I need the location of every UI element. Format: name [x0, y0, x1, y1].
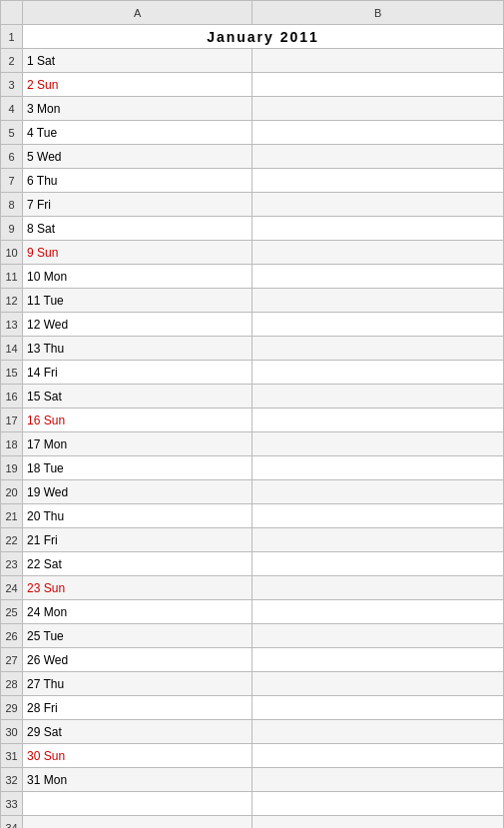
table-row[interactable]: 1January 2011 — [1, 25, 504, 49]
cell-a[interactable] — [23, 792, 252, 816]
table-row[interactable]: 1413 Thu — [1, 337, 504, 361]
cell-b[interactable] — [252, 744, 504, 768]
cell-b[interactable] — [252, 49, 504, 73]
cell-b[interactable] — [252, 696, 504, 720]
cell-a[interactable]: 15 Sat — [23, 385, 252, 409]
cell-a[interactable]: 8 Sat — [23, 217, 252, 241]
cell-a[interactable]: 31 Mon — [23, 768, 252, 792]
col-b-header[interactable]: B — [252, 1, 504, 25]
table-row[interactable]: 33 — [1, 792, 504, 816]
cell-b[interactable] — [252, 385, 504, 409]
cell-b[interactable] — [252, 576, 504, 600]
table-row[interactable]: 1716 Sun — [1, 409, 504, 432]
cell-b[interactable] — [252, 265, 504, 289]
cell-b[interactable] — [252, 241, 504, 265]
table-row[interactable]: 109 Sun — [1, 241, 504, 265]
cell-a[interactable]: 21 Fri — [23, 528, 252, 552]
cell-b[interactable] — [252, 768, 504, 792]
table-row[interactable]: 21 Sat — [1, 49, 504, 73]
cell-a[interactable]: 28 Fri — [23, 696, 252, 720]
table-row[interactable]: 2322 Sat — [1, 552, 504, 576]
cell-a[interactable]: 25 Tue — [23, 624, 252, 648]
table-row[interactable]: 2423 Sun — [1, 576, 504, 600]
cell-b[interactable] — [252, 480, 504, 504]
cell-a[interactable]: 19 Wed — [23, 480, 252, 504]
cell-a[interactable]: 1 Sat — [23, 49, 252, 73]
table-row[interactable]: 1918 Tue — [1, 456, 504, 480]
cell-b[interactable] — [252, 169, 504, 193]
cell-a[interactable]: 5 Wed — [23, 145, 252, 169]
table-row[interactable]: 98 Sat — [1, 217, 504, 241]
cell-a[interactable]: 12 Wed — [23, 313, 252, 337]
table-row[interactable]: 2827 Thu — [1, 672, 504, 696]
cell-b[interactable] — [252, 121, 504, 145]
cell-b[interactable] — [252, 337, 504, 361]
cell-a[interactable]: 24 Mon — [23, 600, 252, 624]
cell-a[interactable]: 16 Sun — [23, 409, 252, 432]
cell-a[interactable]: 27 Thu — [23, 672, 252, 696]
cell-a[interactable]: 6 Thu — [23, 169, 252, 193]
cell-a[interactable]: 9 Sun — [23, 241, 252, 265]
cell-a[interactable]: 4 Tue — [23, 121, 252, 145]
table-row[interactable]: 2625 Tue — [1, 624, 504, 648]
table-row[interactable]: 34 — [1, 816, 504, 829]
cell-a[interactable] — [23, 816, 252, 829]
cell-a[interactable]: January 2011 — [23, 25, 504, 49]
cell-b[interactable] — [252, 624, 504, 648]
cell-b[interactable] — [252, 145, 504, 169]
cell-a[interactable]: 29 Sat — [23, 720, 252, 744]
table-row[interactable]: 3029 Sat — [1, 720, 504, 744]
cell-b[interactable] — [252, 720, 504, 744]
cell-b[interactable] — [252, 289, 504, 313]
table-row[interactable]: 1312 Wed — [1, 313, 504, 337]
cell-b[interactable] — [252, 672, 504, 696]
cell-b[interactable] — [252, 816, 504, 829]
table-row[interactable]: 2120 Thu — [1, 504, 504, 528]
table-row[interactable]: 87 Fri — [1, 193, 504, 217]
cell-a[interactable]: 23 Sun — [23, 576, 252, 600]
table-row[interactable]: 43 Mon — [1, 97, 504, 121]
cell-a[interactable]: 14 Fri — [23, 361, 252, 385]
cell-b[interactable] — [252, 648, 504, 672]
table-row[interactable]: 2221 Fri — [1, 528, 504, 552]
cell-a[interactable]: 10 Mon — [23, 265, 252, 289]
table-row[interactable]: 3130 Sun — [1, 744, 504, 768]
cell-a[interactable]: 18 Tue — [23, 456, 252, 480]
cell-b[interactable] — [252, 456, 504, 480]
table-row[interactable]: 2928 Fri — [1, 696, 504, 720]
table-row[interactable]: 32 Sun — [1, 73, 504, 97]
cell-b[interactable] — [252, 792, 504, 816]
table-row[interactable]: 76 Thu — [1, 169, 504, 193]
table-row[interactable]: 2524 Mon — [1, 600, 504, 624]
table-row[interactable]: 2019 Wed — [1, 480, 504, 504]
table-row[interactable]: 1615 Sat — [1, 385, 504, 409]
table-row[interactable]: 1211 Tue — [1, 289, 504, 313]
table-row[interactable]: 65 Wed — [1, 145, 504, 169]
table-row[interactable]: 2726 Wed — [1, 648, 504, 672]
col-a-header[interactable]: A — [23, 1, 252, 25]
cell-a[interactable]: 11 Tue — [23, 289, 252, 313]
cell-b[interactable] — [252, 504, 504, 528]
cell-a[interactable]: 3 Mon — [23, 97, 252, 121]
cell-b[interactable] — [252, 73, 504, 97]
cell-a[interactable]: 26 Wed — [23, 648, 252, 672]
cell-b[interactable] — [252, 432, 504, 456]
cell-b[interactable] — [252, 313, 504, 337]
cell-b[interactable] — [252, 361, 504, 385]
cell-b[interactable] — [252, 97, 504, 121]
cell-b[interactable] — [252, 528, 504, 552]
table-row[interactable]: 1817 Mon — [1, 432, 504, 456]
cell-a[interactable]: 30 Sun — [23, 744, 252, 768]
table-row[interactable]: 3231 Mon — [1, 768, 504, 792]
cell-a[interactable]: 7 Fri — [23, 193, 252, 217]
cell-a[interactable]: 2 Sun — [23, 73, 252, 97]
cell-a[interactable]: 17 Mon — [23, 432, 252, 456]
cell-a[interactable]: 22 Sat — [23, 552, 252, 576]
table-row[interactable]: 1110 Mon — [1, 265, 504, 289]
cell-b[interactable] — [252, 409, 504, 432]
table-row[interactable]: 1514 Fri — [1, 361, 504, 385]
table-row[interactable]: 54 Tue — [1, 121, 504, 145]
cell-a[interactable]: 20 Thu — [23, 504, 252, 528]
cell-b[interactable] — [252, 217, 504, 241]
cell-b[interactable] — [252, 600, 504, 624]
